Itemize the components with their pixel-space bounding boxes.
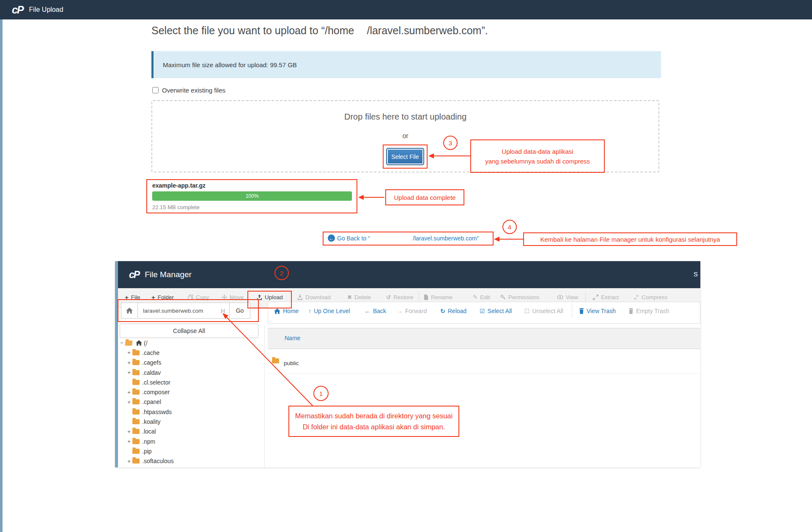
toolbar-download-button[interactable]: Download bbox=[297, 294, 331, 300]
tree-item[interactable]: .cl.selector bbox=[118, 377, 262, 387]
file-manager-header: cP File Manager bbox=[118, 261, 700, 288]
upload-heading-prefix: Select the file you want to upload to “/… bbox=[151, 25, 354, 36]
file-row-public[interactable]: public 6 bytes bbox=[268, 349, 700, 374]
toolbar-permissions-button[interactable]: Permissions bbox=[500, 294, 540, 300]
toolbar-restore-button[interactable]: ↺Restore bbox=[386, 294, 414, 300]
nav-select-all-button[interactable]: ☑Select All bbox=[480, 308, 512, 314]
key-icon bbox=[500, 295, 506, 300]
toolbar-rename-button[interactable]: Rename bbox=[424, 294, 453, 300]
expand-plus-icon[interactable]: + bbox=[126, 349, 132, 356]
tree-item-label: .softaculous bbox=[142, 458, 174, 464]
tree-item-label: .koality bbox=[142, 418, 161, 425]
file-name-cell: public bbox=[284, 360, 299, 366]
toolbar-label: Restore bbox=[393, 294, 413, 300]
tree-root-label: (/ bbox=[144, 340, 148, 346]
tree-item[interactable]: +.local bbox=[118, 427, 262, 437]
annotation-step1: Memastikan sudah berada di direktory yan… bbox=[288, 406, 459, 437]
folder-icon bbox=[132, 449, 140, 454]
nav-forward-button[interactable]: →Forward bbox=[397, 308, 427, 314]
file-table-header: Name Size bbox=[268, 328, 700, 349]
annotation-step3: Upload data-data aplikasi yang sebelumny… bbox=[470, 139, 605, 173]
expand-plus-icon[interactable]: + bbox=[126, 360, 132, 366]
nav-back-button[interactable]: ←Back bbox=[365, 308, 386, 314]
folder-icon bbox=[132, 390, 140, 395]
cpanel-logo-icon: cP bbox=[12, 5, 23, 15]
tree-item[interactable]: +.cagefs bbox=[118, 358, 262, 368]
expand-plus-icon[interactable]: + bbox=[126, 399, 132, 405]
tree-item[interactable]: .koality bbox=[118, 417, 262, 426]
folder-icon bbox=[132, 370, 140, 375]
tree-item[interactable]: +.composer bbox=[118, 387, 262, 397]
folder-icon bbox=[132, 380, 140, 385]
home-icon bbox=[274, 308, 280, 314]
annotation-box-pathbar bbox=[118, 299, 259, 322]
column-header-name[interactable]: Name bbox=[285, 335, 300, 341]
tree-item[interactable]: +.cpanel bbox=[118, 397, 262, 407]
toolbar-edit-button[interactable]: ✎Edit bbox=[473, 294, 490, 300]
checkbox-checked-icon: ☑ bbox=[480, 308, 485, 314]
collapse-minus-icon[interactable]: − bbox=[118, 340, 125, 346]
file-icon bbox=[424, 295, 428, 300]
file-manager-title: File Manager bbox=[145, 270, 192, 279]
step-number: 2 bbox=[280, 270, 283, 277]
tree-item-label: .cpanel bbox=[142, 398, 161, 405]
overwrite-row[interactable]: Overwrite existing files bbox=[152, 87, 225, 94]
tree-item[interactable]: .htpasswds bbox=[118, 407, 262, 417]
tree-item[interactable]: +.cache bbox=[118, 348, 262, 357]
toolbar-extract-button[interactable]: Extract bbox=[593, 294, 619, 300]
annotation-step4-text: Kembali ke halaman File manager untuk ko… bbox=[540, 235, 720, 244]
toolbar-delete-button[interactable]: ✖Delete bbox=[347, 294, 371, 300]
annotation-upload-complete-text: Upload data complete bbox=[394, 193, 456, 202]
tree-root-row[interactable]: − (/ bbox=[118, 338, 262, 348]
toolbar-label: Edit bbox=[480, 294, 490, 300]
nav-empty-trash-button[interactable]: Empty Trash bbox=[628, 308, 669, 314]
expand-plus-icon[interactable]: + bbox=[126, 428, 132, 435]
toolbar-label: Extract bbox=[601, 294, 619, 300]
overwrite-label: Overwrite existing files bbox=[162, 87, 225, 94]
home-icon bbox=[136, 340, 142, 346]
toolbar-label: Rename bbox=[431, 294, 453, 300]
folder-icon bbox=[132, 419, 140, 424]
expand-plus-icon[interactable]: + bbox=[126, 389, 132, 396]
annotation-step1-line2: Di folder ini data-data aplikasi akan di… bbox=[303, 421, 445, 432]
nav-label: View Trash bbox=[587, 308, 616, 314]
tree-item[interactable]: +.npm bbox=[118, 437, 262, 446]
navbar-separator bbox=[572, 303, 572, 318]
nav-label: Forward bbox=[405, 308, 427, 314]
collapse-all-button[interactable]: Collapse All bbox=[120, 324, 258, 338]
expand-plus-icon[interactable]: + bbox=[126, 458, 132, 464]
expand-plus-icon[interactable]: + bbox=[126, 438, 132, 445]
tree-item[interactable]: .pip bbox=[118, 446, 262, 456]
nav-unselect-all-button[interactable]: ☐Unselect All bbox=[524, 308, 563, 314]
nav-reload-button[interactable]: ↻Reload bbox=[440, 308, 466, 314]
upload-heading-suffix: /laravel.sumberweb.com”. bbox=[367, 25, 488, 36]
toolbar-view-button[interactable]: View bbox=[557, 294, 578, 300]
annotation-step3-line2: yang sebelumnya sudah di compress bbox=[485, 156, 590, 166]
expand-plus-icon[interactable]: + bbox=[126, 369, 132, 376]
restore-icon: ↺ bbox=[386, 295, 391, 300]
compress-icon bbox=[634, 295, 639, 300]
nav-label: Reload bbox=[448, 308, 466, 314]
extract-icon bbox=[593, 295, 598, 300]
nav-label: Unselect All bbox=[532, 308, 563, 314]
max-filesize-notice: Maximum file size allowed for upload: 99… bbox=[151, 51, 661, 78]
pencil-icon: ✎ bbox=[473, 295, 477, 300]
nav-view-trash-button[interactable]: View Trash bbox=[579, 308, 616, 314]
tree-item-label: .composer bbox=[142, 389, 170, 396]
nav-home-button[interactable]: Home bbox=[274, 308, 299, 314]
upload-heading: Select the file you want to upload to “/… bbox=[151, 25, 488, 37]
overwrite-checkbox[interactable] bbox=[152, 87, 159, 93]
dropzone-text: Drop files here to start uploading bbox=[152, 112, 658, 122]
tree-item[interactable]: +.softaculous bbox=[118, 456, 262, 466]
eye-icon bbox=[557, 295, 563, 300]
page-title: File Upload bbox=[29, 6, 63, 14]
x-delete-icon: ✖ bbox=[347, 295, 352, 300]
annotation-box-select-file bbox=[383, 145, 428, 169]
folder-icon bbox=[132, 458, 140, 464]
folder-icon bbox=[132, 360, 140, 365]
nav-label: Empty Trash bbox=[636, 308, 669, 314]
tree-item[interactable]: +.caldav bbox=[118, 368, 262, 377]
nav-up-one-level-button[interactable]: ↑Up One Level bbox=[308, 308, 350, 314]
annotation-box-progress bbox=[146, 179, 357, 213]
toolbar-compress-button[interactable]: Compress bbox=[634, 294, 668, 300]
